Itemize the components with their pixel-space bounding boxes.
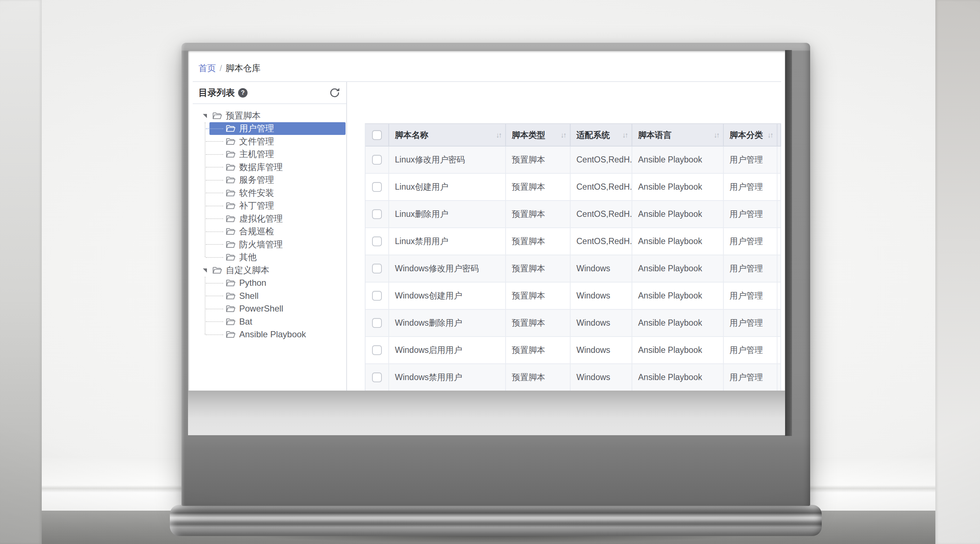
tree-item-label: Shell	[239, 291, 258, 301]
expand-arrow-icon[interactable]	[202, 268, 207, 273]
table-row[interactable]: Windows删除用户 预置脚本 Windows Ansible Playboo…	[366, 310, 781, 337]
row-checkbox[interactable]	[372, 373, 382, 382]
table-row[interactable]: Windows启用用户 预置脚本 Windows Ansible Playboo…	[366, 337, 781, 364]
tree-item[interactable]: 防火墙管理	[210, 238, 345, 251]
sort-icons[interactable]: ↓↑	[767, 131, 772, 139]
cell-script-category: 用户管理	[724, 282, 778, 310]
table-row[interactable]: Linux创建用户 预置脚本 CentOS,RedH... Ansible Pl…	[366, 174, 781, 201]
tree-item[interactable]: 其他	[210, 251, 345, 264]
tree-connector	[206, 167, 223, 168]
tree-item-label: PowerShell	[239, 303, 283, 314]
row-checkbox[interactable]	[372, 318, 382, 328]
directory-tree: 预置脚本 用户管理 文件管理 主机管理 数据库管理	[193, 105, 346, 341]
cell-script-category: 用户管理	[724, 364, 778, 390]
cell-target-os: Windows	[571, 310, 632, 337]
breadcrumb-home-link[interactable]: 首页	[199, 62, 216, 74]
tree-item[interactable]: Python	[210, 277, 345, 290]
tree-item[interactable]: 自定义脚本	[193, 264, 346, 277]
screen-bottom-area	[188, 390, 785, 435]
cell-script-language: Ansible Playbook	[632, 282, 724, 310]
tree-item[interactable]: 服务管理	[210, 174, 345, 187]
row-checkbox[interactable]	[372, 155, 382, 165]
cell-script-name: Windows创建用户	[389, 282, 506, 310]
tree-item[interactable]: 软件安装	[210, 186, 345, 200]
tree-item[interactable]: PowerShell	[210, 303, 345, 316]
cell-script-language: Ansible Playbook	[632, 201, 724, 228]
row-checkbox[interactable]	[372, 291, 382, 301]
column-header-extra	[778, 124, 781, 146]
tree-item[interactable]: Shell	[210, 289, 345, 303]
folder-open-icon	[226, 241, 235, 248]
folder-open-icon	[226, 138, 235, 146]
cell-extra	[778, 174, 781, 201]
help-icon[interactable]: ?	[238, 88, 248, 98]
table-row[interactable]: Linux修改用户密码 预置脚本 CentOS,RedH... Ansible …	[366, 146, 781, 174]
row-checkbox-cell	[366, 146, 389, 174]
tree-connector	[206, 218, 223, 219]
row-checkbox-cell	[366, 201, 389, 228]
sort-icons[interactable]: ↓↑	[622, 131, 627, 139]
scene: 首页 / 脚本仓库 目录列表 ?	[0, 0, 980, 544]
left-wall-pillar	[0, 0, 42, 544]
column-header-script-language[interactable]: 脚本语言 ↓↑	[632, 124, 724, 146]
tree-item-label: 预置脚本	[226, 110, 261, 122]
sort-icons[interactable]: ↓↑	[714, 131, 719, 139]
folder-open-icon	[226, 201, 235, 209]
cell-script-type: 预置脚本	[506, 255, 571, 282]
tree-item[interactable]: 预置脚本	[193, 109, 346, 122]
tree-item[interactable]: Bat	[210, 315, 345, 328]
tree-connector	[206, 128, 223, 129]
column-header-script-category[interactable]: 脚本分类 ↓↑	[724, 124, 778, 146]
cell-extra	[778, 337, 781, 364]
row-checkbox[interactable]	[372, 209, 382, 219]
tree-connector	[206, 232, 223, 232]
tree-item[interactable]: 补丁管理	[210, 200, 345, 213]
sort-icons[interactable]: ↓↑	[496, 131, 501, 139]
column-header-target-os[interactable]: 适配系统 ↓↑	[571, 124, 632, 146]
cell-extra	[778, 255, 781, 282]
tree-item[interactable]: 合规巡检	[210, 225, 345, 238]
table-header-row: 脚本名称 ↓↑ 脚本类型 ↓↑ 适配系统 ↓↑ 脚本语言	[366, 124, 781, 146]
tree-item-label: 防火墙管理	[239, 239, 283, 250]
column-header-script-type[interactable]: 脚本类型 ↓↑	[506, 124, 571, 146]
folder-open-icon	[226, 318, 235, 326]
table-row[interactable]: Windows修改用户密码 预置脚本 Windows Ansible Playb…	[366, 255, 781, 282]
cell-extra	[778, 282, 781, 310]
tree-item[interactable]: 虚拟化管理	[210, 212, 345, 225]
column-header-script-name[interactable]: 脚本名称 ↓↑	[389, 124, 506, 146]
tree-connector	[206, 244, 223, 245]
refresh-button[interactable]	[329, 87, 340, 98]
table-row[interactable]: Linux禁用用户 预置脚本 CentOS,RedH... Ansible Pl…	[366, 228, 781, 255]
folder-open-icon	[226, 176, 235, 184]
tree-item-label: 虚拟化管理	[239, 213, 283, 225]
cell-extra	[778, 310, 781, 337]
row-checkbox[interactable]	[372, 236, 382, 246]
cell-script-language: Ansible Playbook	[632, 255, 724, 282]
tree-item[interactable]: 用户管理	[210, 122, 345, 135]
tree-item[interactable]: 数据库管理	[210, 161, 345, 174]
folder-open-icon	[226, 163, 235, 171]
row-checkbox[interactable]	[372, 182, 382, 192]
tree-item[interactable]: Ansible Playbook	[210, 328, 345, 341]
row-checkbox[interactable]	[372, 345, 382, 355]
cell-script-category: 用户管理	[724, 174, 778, 201]
table-row[interactable]: Linux删除用户 预置脚本 CentOS,RedH... Ansible Pl…	[366, 201, 781, 228]
row-checkbox[interactable]	[372, 264, 382, 273]
cell-script-name: Windows删除用户	[389, 310, 506, 337]
tree-item[interactable]: 主机管理	[210, 148, 345, 161]
cell-extra	[778, 146, 781, 174]
tree-item-label: 文件管理	[239, 136, 274, 147]
cell-extra	[778, 364, 781, 390]
table-row[interactable]: Windows创建用户 预置脚本 Windows Ansible Playboo…	[366, 282, 781, 310]
cell-script-name: Windows启用用户	[389, 337, 506, 364]
cell-script-type: 预置脚本	[506, 337, 571, 364]
sort-icons[interactable]: ↓↑	[560, 131, 565, 139]
tree-item-label: 主机管理	[239, 148, 274, 160]
tree-item[interactable]: 文件管理	[210, 135, 345, 148]
cell-script-name: Linux删除用户	[389, 201, 506, 228]
expand-arrow-icon[interactable]	[202, 113, 207, 118]
tree-connector	[206, 180, 223, 181]
table-row[interactable]: Windows禁用用户 预置脚本 Windows Ansible Playboo…	[366, 364, 781, 390]
tree-guide-line	[205, 277, 205, 335]
select-all-checkbox[interactable]	[372, 130, 382, 140]
